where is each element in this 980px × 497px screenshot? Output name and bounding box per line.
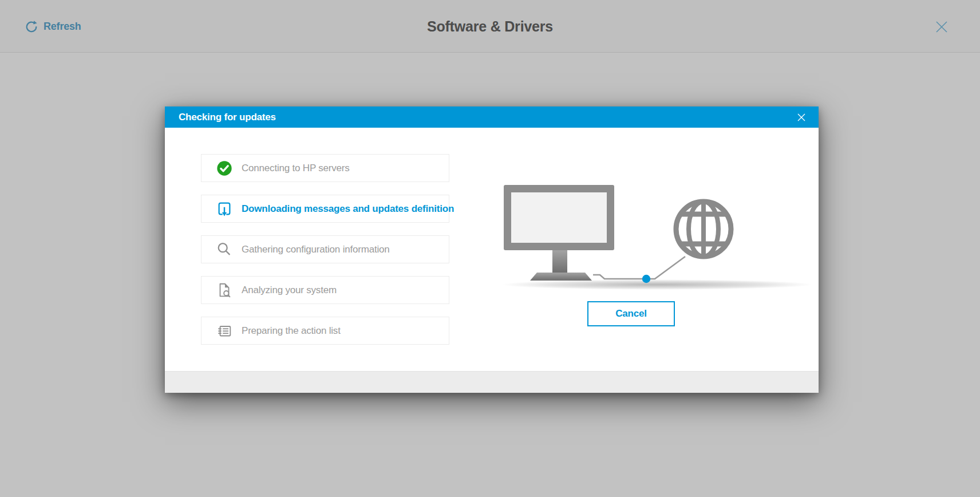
monitor-graphic bbox=[504, 185, 614, 281]
dialog-titlebar: Checking for updates bbox=[165, 107, 819, 128]
step-preparing-action-list: Preparing the action list bbox=[201, 317, 449, 345]
refresh-icon bbox=[24, 19, 38, 34]
refresh-button[interactable]: Refresh bbox=[24, 0, 81, 53]
step-label: Downloading messages and updates definit… bbox=[242, 203, 454, 215]
step-label: Gathering configuration information bbox=[242, 244, 390, 255]
close-icon bbox=[797, 113, 806, 122]
check-circle-icon bbox=[215, 159, 234, 178]
ground-shadow bbox=[501, 279, 813, 290]
step-label: Analyzing your system bbox=[242, 285, 337, 296]
dialog-footer bbox=[165, 371, 819, 393]
step-label: Connecting to HP servers bbox=[242, 163, 350, 174]
dialog-close-button[interactable] bbox=[791, 107, 812, 128]
action-list-icon bbox=[215, 322, 234, 340]
document-magnifier-icon bbox=[215, 281, 234, 299]
step-downloading-messages: Downloading messages and updates definit… bbox=[201, 195, 449, 223]
step-analyzing-system: Analyzing your system bbox=[201, 276, 449, 304]
network-cable bbox=[593, 257, 685, 279]
checking-for-updates-dialog: Checking for updates Connecting to HP se… bbox=[165, 107, 819, 393]
app-topbar: Refresh Software & Drivers bbox=[0, 0, 980, 53]
refresh-label: Refresh bbox=[44, 21, 81, 33]
close-icon bbox=[935, 20, 949, 34]
dialog-title: Checking for updates bbox=[179, 112, 276, 123]
magnifier-icon bbox=[215, 240, 234, 259]
step-label: Preparing the action list bbox=[242, 325, 341, 337]
globe-icon bbox=[674, 199, 733, 259]
step-connecting-to-hp-servers: Connecting to HP servers bbox=[201, 154, 449, 182]
page-title: Software & Drivers bbox=[0, 0, 980, 53]
app-close-button[interactable] bbox=[929, 14, 954, 40]
step-gathering-configuration: Gathering configuration information bbox=[201, 235, 449, 263]
download-icon bbox=[215, 200, 234, 218]
update-steps-list: Connecting to HP servers Downloading mes… bbox=[201, 154, 449, 357]
cancel-button[interactable]: Cancel bbox=[587, 301, 675, 326]
connection-illustration bbox=[485, 169, 819, 291]
data-packet-dot bbox=[642, 275, 650, 283]
